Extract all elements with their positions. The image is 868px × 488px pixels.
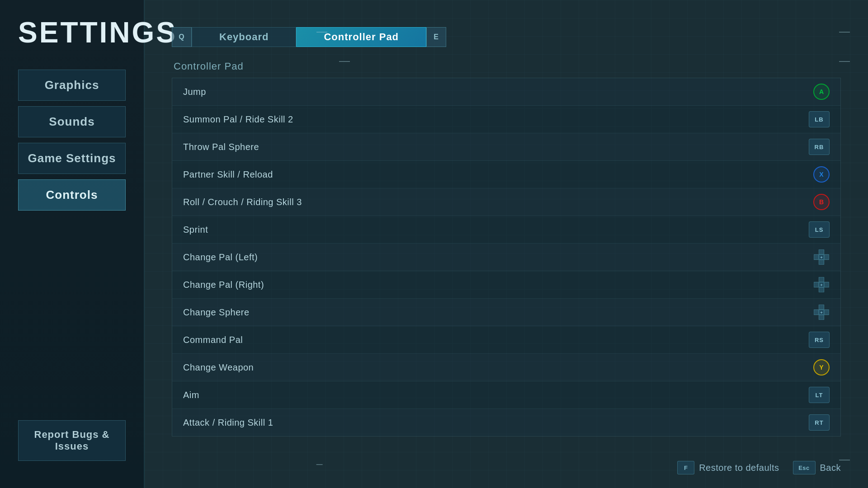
table-row: JumpA	[172, 78, 840, 106]
back-key-badge: Esc	[793, 461, 816, 474]
keybind-action: Roll / Crouch / Riding Skill 3	[183, 197, 302, 207]
svg-text:+: +	[820, 282, 823, 287]
key-rs: RS	[809, 332, 830, 348]
svg-text:+: +	[820, 310, 823, 315]
key-a: A	[813, 84, 830, 100]
back-action[interactable]: EscBack	[793, 461, 841, 474]
svg-rect-13	[824, 310, 829, 314]
keybind-action: Command Pal	[183, 335, 243, 345]
keybind-action: Throw Pal Sphere	[183, 142, 259, 152]
svg-rect-9	[814, 282, 819, 287]
keybind-action: Aim	[183, 390, 199, 400]
svg-rect-2	[819, 260, 824, 265]
nav-btn-game-settings[interactable]: Game Settings	[18, 143, 126, 174]
key-ls: LS	[809, 221, 830, 238]
svg-rect-0	[819, 249, 824, 254]
keybind-action: Summon Pal / Ride Skill 2	[183, 114, 293, 125]
svg-rect-7	[824, 282, 829, 287]
table-row: Roll / Crouch / Riding Skill 3B	[172, 188, 840, 216]
corner-dash-tl: —	[316, 25, 327, 38]
key-lb: LB	[809, 111, 830, 127]
corner-dash-mr: —	[839, 54, 850, 67]
table-row: Command PalRS	[172, 326, 840, 354]
table-row: AimLT	[172, 381, 840, 409]
keybind-action: Jump	[183, 87, 206, 97]
sidebar: SETTINGS GraphicsSoundsGame SettingsCont…	[0, 0, 145, 488]
nav-btn-controls[interactable]: Controls	[18, 179, 126, 211]
key-b: B	[813, 194, 830, 210]
svg-text:+: +	[820, 255, 823, 260]
restore-key-badge: F	[677, 461, 694, 474]
restore-defaults-action[interactable]: FRestore to defaults	[677, 461, 779, 474]
back-label: Back	[820, 463, 841, 473]
svg-rect-3	[814, 254, 819, 259]
main-content: — — — — _ — QKeyboardController PadE Con…	[145, 0, 868, 488]
footer-bar: FRestore to defaultsEscBack	[677, 461, 841, 474]
section-label: Controller Pad	[172, 61, 841, 72]
svg-rect-12	[819, 305, 824, 310]
key-dpad: +	[813, 249, 830, 265]
corner-dash-bl: _	[316, 453, 322, 465]
keybind-action: Change Sphere	[183, 307, 250, 318]
nav-menu: GraphicsSoundsGame SettingsControls	[0, 70, 144, 420]
keybind-action: Partner Skill / Reload	[183, 169, 273, 180]
corner-dash-tr: —	[839, 25, 850, 38]
table-row: Change Sphere +	[172, 299, 840, 326]
page-title: SETTINGS	[0, 0, 144, 70]
tab-row: QKeyboardController PadE	[172, 27, 841, 47]
table-row: Partner Skill / ReloadX	[172, 161, 840, 188]
tab-controller-pad[interactable]: Controller Pad	[296, 27, 426, 47]
svg-rect-6	[819, 277, 824, 282]
keybind-action: Sprint	[183, 225, 208, 235]
tab-key-q: Q	[172, 27, 192, 47]
keybind-action: Change Pal (Right)	[183, 280, 264, 290]
svg-rect-15	[814, 310, 819, 314]
nav-btn-graphics[interactable]: Graphics	[18, 70, 126, 101]
svg-rect-14	[819, 315, 824, 320]
tab-keyboard[interactable]: Keyboard	[192, 27, 296, 47]
nav-btn-sounds[interactable]: Sounds	[18, 106, 126, 137]
key-x: X	[813, 166, 830, 183]
table-row: Change Pal (Left) +	[172, 244, 840, 271]
key-rt: RT	[809, 414, 830, 431]
keybind-action: Change Pal (Left)	[183, 252, 258, 263]
key-y: Y	[813, 359, 830, 375]
report-bugs-button[interactable]: Report Bugs & Issues	[18, 420, 126, 461]
corner-dash-ml: —	[339, 54, 350, 67]
key-dpad: +	[813, 277, 830, 293]
table-row: Throw Pal SphereRB	[172, 133, 840, 161]
table-row: Summon Pal / Ride Skill 2LB	[172, 106, 840, 133]
table-row: Change WeaponY	[172, 354, 840, 381]
keybind-table: JumpASummon Pal / Ride Skill 2LBThrow Pa…	[172, 78, 841, 436]
table-row: SprintLS	[172, 216, 840, 244]
tab-key-e: E	[426, 27, 446, 47]
table-row: Attack / Riding Skill 1RT	[172, 409, 840, 436]
svg-rect-8	[819, 287, 824, 292]
restore-defaults-label: Restore to defaults	[699, 463, 779, 473]
key-dpad: +	[813, 304, 830, 320]
svg-rect-1	[824, 254, 829, 259]
keybind-action: Attack / Riding Skill 1	[183, 418, 273, 428]
key-lt: LT	[809, 387, 830, 403]
keybind-action: Change Weapon	[183, 362, 254, 373]
table-row: Change Pal (Right) +	[172, 271, 840, 299]
key-rb: RB	[809, 139, 830, 155]
